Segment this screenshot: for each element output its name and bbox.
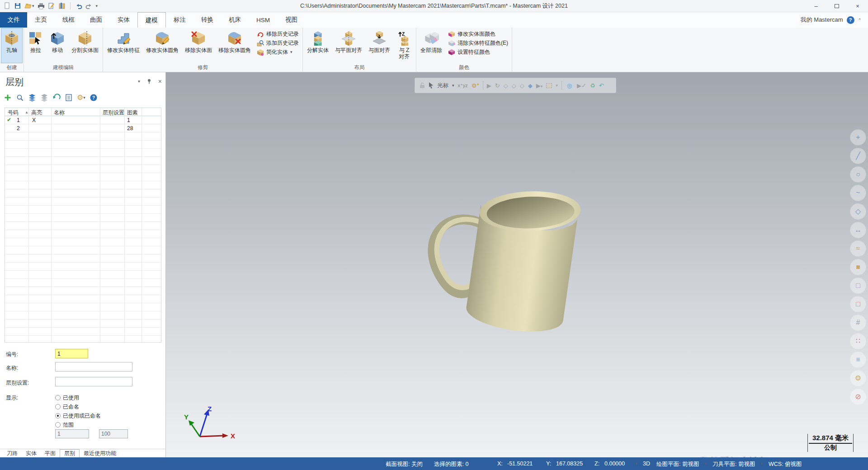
drafting-icon[interactable]: □ [850,296,866,312]
display-radio[interactable]: 已命名 [55,403,79,410]
col-entities[interactable]: 图素 [127,109,138,117]
tplane-dropdown-caret[interactable]: ▾ [760,462,763,466]
layers-icon[interactable]: ≡ [850,352,866,367]
col-name[interactable]: 名称 [54,109,65,117]
move-button[interactable]: 移动 [47,28,68,63]
panel-bottom-tab[interactable]: 实体 [22,449,41,457]
level-set-input[interactable] [55,377,132,386]
layer-row-1[interactable]: ✔ 1 X 1 [5,116,161,124]
customize-toolbar-button[interactable]: ▾ [96,4,98,8]
ribbon-tab[interactable]: 线框 [55,12,82,28]
panel-bottom-tab[interactable]: 刀路 [3,449,22,457]
analyze-entity-icon[interactable]: ╱ [850,148,866,164]
simplify-dropdown-caret[interactable]: ▾ [290,50,292,54]
layer-report-button[interactable] [65,94,73,102]
planes-icon[interactable]: □ [850,278,866,293]
panel-close-icon[interactable]: × [158,78,162,85]
panel-bottom-tab[interactable]: 最近使用功能 [80,449,120,457]
wireframe-cube-icon[interactable]: ◇ [850,204,866,219]
ribbon-tab[interactable]: 主页 [27,12,55,28]
edit-solid-feature-button[interactable]: 修改实体特征 [104,28,143,63]
spline-icon[interactable]: ~ [850,185,866,201]
validate-selection-icon[interactable]: ▶✓ [577,83,586,89]
search-layer-button[interactable] [16,94,24,102]
redo-button[interactable] [85,2,93,9]
hole-axis-button[interactable]: 孔轴 [1,28,23,63]
ribbon-tab[interactable]: 视图 [278,12,305,28]
col-number[interactable]: 号码 [8,109,19,117]
ribbon-tab[interactable]: 建模 [137,12,166,28]
minimize-button[interactable]: – [806,0,826,12]
quick-mask-icon[interactable]: ◎ [566,82,573,89]
panel-bottom-tab[interactable]: 层别 [60,449,80,457]
restore-layers-button[interactable] [52,94,61,102]
report-button[interactable] [58,2,66,9]
panel-menu-caret-icon[interactable]: ▾ [138,80,140,84]
cplane-dropdown-caret[interactable]: ▾ [704,462,707,466]
select-mode-icon[interactable]: ▶▾ [536,83,543,89]
undo-selection-icon[interactable]: ↶ [599,83,604,89]
solid-cube-icon[interactable]: ■ [850,259,866,275]
align-to-face-button[interactable]: 与面对齐 [365,28,393,63]
mode-dropdown-caret[interactable]: ▾ [635,462,637,466]
create-plus-icon[interactable]: + [850,130,866,145]
dimension-mode[interactable]: 3D [643,461,650,467]
tplane-status[interactable]: 刀具平面: 前视图 [712,461,755,468]
layer-number-input[interactable] [55,349,88,358]
display-radio[interactable]: 已使用 [55,394,79,401]
remove-solid-face-button[interactable]: 移除实体面 [182,28,215,63]
remove-solid-fillet-button[interactable]: 移除实体圆角 [215,28,254,63]
select-last-icon[interactable]: ↻ [495,83,500,89]
mug-3d-model[interactable] [166,72,868,457]
save-button[interactable] [14,2,21,9]
selection-cursor-icon[interactable] [429,82,434,89]
open-dropdown-caret[interactable]: ▾ [32,4,34,8]
col-highlight[interactable]: 高亮 [31,109,42,117]
select-solid-icon[interactable]: ◇ [504,83,508,89]
cursor-dropdown-caret[interactable]: ▾ [452,84,454,88]
xyz-entry-icon[interactable]: x⁺yz [458,83,468,88]
display-radio[interactable]: 范围 [55,421,74,428]
close-button[interactable]: × [847,0,868,12]
window-selection-icon[interactable] [546,83,552,88]
select-arrow-icon[interactable]: ▶ [487,83,491,89]
layers-table[interactable]: 号码 ▲ 高亮 名称 层别设置 图素 ✔ 1 X 1 2 28 [5,108,161,343]
print-button[interactable] [38,2,45,9]
section-view-status[interactable]: 截面视图: 关闭 [386,461,423,468]
refresh-selection-icon[interactable]: ♻ [590,83,595,89]
explode-solid-button[interactable]: 分解实体 [304,28,332,63]
wcs-status[interactable]: WCS: 俯视图 [769,461,802,468]
dimension-icon[interactable]: ↔ [850,222,866,238]
ribbon-tab[interactable]: 机床 [221,12,249,28]
open-file-button[interactable]: ▾ [24,2,34,9]
ribbon-tab[interactable]: 实体 [110,12,137,28]
align-to-z-button[interactable]: Z 与 Z对齐 [393,28,415,63]
undo-button[interactable] [75,2,82,9]
remove-history-button[interactable]: 移除历史记录 [257,30,299,38]
layers-on-button[interactable] [28,94,36,102]
tab-file[interactable]: 文件 [0,12,27,28]
select-edge-icon[interactable]: ◇ [520,83,524,89]
surface-icon[interactable]: ≈ [850,241,866,256]
select-body-icon[interactable]: ◆ [528,83,533,89]
edit-solid-fillet-button[interactable]: 修改实体圆角 [143,28,182,63]
ribbon-tab[interactable]: HSM [249,12,278,28]
layer-name-input[interactable] [55,362,132,371]
layer-row-2[interactable]: 2 28 [5,124,161,132]
collapse-ribbon-icon[interactable]: ⌃ [858,18,862,23]
color-swatches-icon[interactable]: ∷ [850,334,866,349]
new-file-button[interactable] [4,2,11,9]
clear-solid-feature-color-button[interactable]: 清除实体特征颜色(E) [448,39,508,47]
select-face-icon[interactable]: ◇ [512,83,516,89]
layers-off-button[interactable] [40,94,48,102]
pin-icon[interactable] [146,79,152,84]
display-radio[interactable]: 已使用或已命名 [55,412,101,419]
range-from-input[interactable] [55,429,89,438]
help-icon[interactable]: ? [847,16,854,24]
panel-bottom-tab[interactable]: 平面 [41,449,60,457]
cursor-mode-label[interactable]: 光标 [437,82,448,89]
restore-button[interactable] [826,0,847,12]
layer-help-button[interactable]: ? [90,94,98,102]
settings-dropdown-caret[interactable]: ▾ [83,96,85,100]
ruler-icon[interactable]: # [850,315,866,330]
